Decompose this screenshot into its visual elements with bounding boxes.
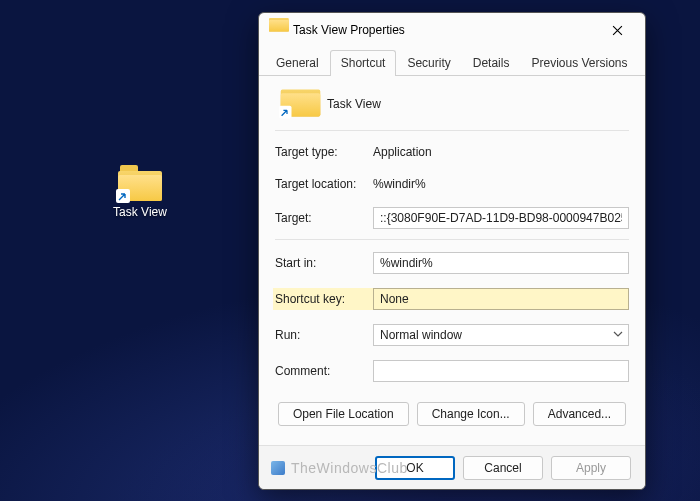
desktop-shortcut-label: Task View xyxy=(102,205,178,219)
close-icon xyxy=(612,25,623,36)
select-run[interactable] xyxy=(373,324,629,346)
watermark-text: TheWindowsClub xyxy=(291,460,408,476)
header-shortcut-name: Task View xyxy=(327,97,381,111)
cancel-button[interactable]: Cancel xyxy=(463,456,543,480)
input-comment[interactable] xyxy=(373,360,629,382)
label-start-in: Start in: xyxy=(275,256,373,270)
close-button[interactable] xyxy=(595,15,639,45)
titlebar[interactable]: Task View Properties xyxy=(259,13,645,47)
watermark-icon xyxy=(271,461,285,475)
titlebar-title: Task View Properties xyxy=(293,23,595,37)
desktop-shortcut-task-view[interactable]: Task View xyxy=(102,165,178,219)
shortcut-overlay-icon xyxy=(116,189,130,203)
label-target-type: Target type: xyxy=(275,145,373,159)
advanced-button[interactable]: Advanced... xyxy=(533,402,626,426)
folder-shortcut-icon xyxy=(118,165,162,201)
dialog-footer: TheWindowsClub OK Cancel Apply xyxy=(259,445,645,489)
value-target-type: Application xyxy=(373,145,629,159)
tab-strip: General Shortcut Security Details Previo… xyxy=(259,49,645,76)
input-shortcut-key[interactable] xyxy=(373,288,629,310)
properties-dialog: Task View Properties General Shortcut Se… xyxy=(258,12,646,490)
input-target[interactable] xyxy=(373,207,629,229)
tab-body-shortcut: Task View Target type: Application Targe… xyxy=(259,76,645,445)
apply-button[interactable]: Apply xyxy=(551,456,631,480)
label-run: Run: xyxy=(275,328,373,342)
label-shortcut-key: Shortcut key: xyxy=(273,288,373,310)
tab-details[interactable]: Details xyxy=(462,50,521,76)
titlebar-folder-icon xyxy=(269,24,276,31)
separator xyxy=(275,130,629,131)
tab-shortcut[interactable]: Shortcut xyxy=(330,50,397,76)
tab-general[interactable]: General xyxy=(265,50,330,76)
label-comment: Comment: xyxy=(275,364,373,378)
header-folder-icon xyxy=(281,91,312,116)
select-run-value[interactable] xyxy=(373,324,629,346)
input-start-in[interactable] xyxy=(373,252,629,274)
label-target: Target: xyxy=(275,211,373,225)
tab-previous-versions[interactable]: Previous Versions xyxy=(520,50,638,76)
watermark: TheWindowsClub xyxy=(271,460,408,476)
label-target-location: Target location: xyxy=(275,177,373,191)
separator xyxy=(275,239,629,240)
shortcut-overlay-icon xyxy=(279,106,292,119)
value-target-location: %windir% xyxy=(373,177,629,191)
tab-security[interactable]: Security xyxy=(396,50,461,76)
open-file-location-button[interactable]: Open File Location xyxy=(278,402,409,426)
change-icon-button[interactable]: Change Icon... xyxy=(417,402,525,426)
